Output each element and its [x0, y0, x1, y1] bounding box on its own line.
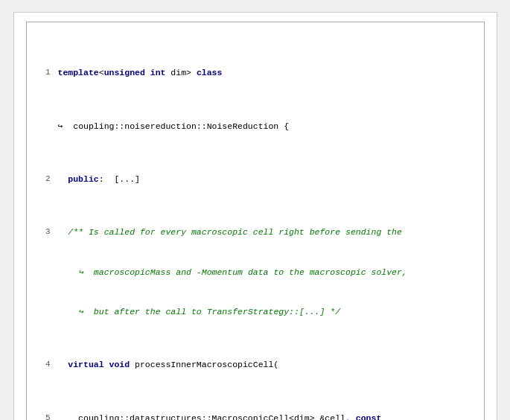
line-number: 3 — [34, 226, 51, 238]
code-content: virtual void processInnerMacroscopicCell… — [58, 358, 476, 372]
code-content: ↪ but after the call to TransferStrategy… — [58, 305, 476, 319]
code-line: 1 template<unsigned int dim> class — [34, 66, 476, 80]
code-content: template<unsigned int dim> class — [58, 66, 476, 80]
code-content: coupling::datastructures::MacroscopicCel… — [58, 412, 476, 420]
code-line: ↪ coupling::noisereduction::NoiseReducti… — [34, 120, 476, 133]
code-line: 2 public: [...] — [34, 173, 476, 186]
code-content: /** Is called for every macroscopic cell… — [58, 226, 476, 239]
code-line: 3 /** Is called for every macroscopic ce… — [34, 226, 476, 239]
code-line: ↪ macroscopicMass and -Momentum data to … — [34, 266, 476, 279]
line-number: 1 — [34, 66, 51, 79]
code-block: 1 template<unsigned int dim> class ↪ cou… — [26, 22, 485, 420]
code-line: 5 coupling::datastructures::MacroscopicC… — [34, 412, 476, 420]
code-line: ↪ but after the call to TransferStrategy… — [34, 305, 476, 319]
listing-box: 1 template<unsigned int dim> class ↪ cou… — [13, 12, 497, 420]
code-content: ↪ coupling::noisereduction::NoiseReducti… — [58, 120, 476, 133]
line-number: 5 — [34, 412, 51, 420]
code-content: public: [...] — [58, 173, 476, 186]
line-number: 4 — [34, 358, 51, 371]
line-number: 2 — [34, 173, 51, 185]
code-line: 4 virtual void processInnerMacroscopicCe… — [34, 358, 476, 372]
code-content: ↪ macroscopicMass and -Momentum data to … — [58, 266, 476, 279]
